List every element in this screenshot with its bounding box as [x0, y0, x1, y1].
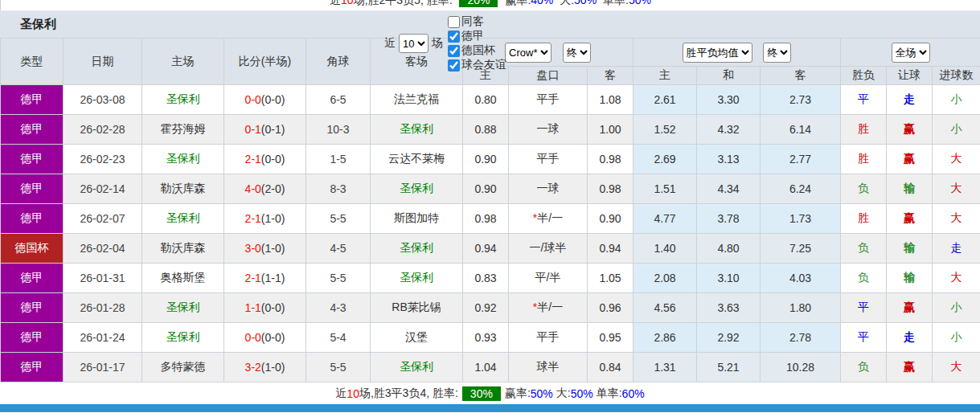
header-avg-draw: 和: [697, 67, 761, 85]
corner-cell: 5-5: [306, 264, 371, 293]
single-pct-value: 50%: [629, 0, 651, 6]
avg-home-odds-cell: 2.08: [634, 264, 697, 293]
home-odds-cell: 0.92: [463, 293, 509, 323]
odds-state-select-1[interactable]: 终: [563, 43, 591, 63]
odds-company-select[interactable]: Crow*: [505, 43, 552, 63]
score-cell: 0-0(0-0): [224, 85, 306, 115]
away-odds-cell: 0.90: [588, 204, 634, 234]
header-avg-home: 主: [634, 67, 697, 85]
home-team-cell[interactable]: 圣保利: [142, 204, 224, 234]
home-team-cell[interactable]: 圣保利: [142, 323, 224, 353]
handicap-cell: *半/一: [509, 293, 588, 323]
scope-select[interactable]: 全场: [892, 43, 930, 63]
games-label: 场: [432, 36, 443, 51]
away-team-cell[interactable]: 斯图加特: [371, 204, 463, 234]
avg-home-odds-cell: 1.31: [634, 353, 697, 382]
filter-item-2: 德国杯: [448, 43, 506, 58]
home-team-cell[interactable]: 奥格斯堡: [142, 264, 224, 293]
league-type-cell: 德国杯: [1, 234, 64, 264]
avg-away-odds-cell: 2.78: [761, 323, 841, 353]
home-odds-cell: 0.88: [463, 115, 509, 145]
league-type-cell: 德甲: [1, 174, 64, 204]
odds-state-select-2[interactable]: 终: [763, 43, 791, 63]
avg-home-odds-cell: 2.86: [634, 323, 697, 353]
near-count: 10: [346, 387, 359, 400]
team-title: 圣保利: [20, 17, 56, 32]
match-date-cell: 26-01-28: [64, 293, 142, 323]
home-team-cell[interactable]: 勒沃库森: [142, 234, 224, 264]
handicap-cell: 平手: [509, 323, 588, 353]
home-odds-cell: 0.80: [463, 85, 509, 115]
avg-away-odds-cell: 4.03: [761, 264, 841, 293]
home-team-cell[interactable]: 勒沃库森: [142, 174, 224, 204]
result-cell: 胜: [841, 145, 887, 174]
full-time-score: 4-0: [245, 182, 261, 195]
away-team-cell[interactable]: 圣保利: [371, 115, 463, 145]
header-avg-away: 客: [761, 67, 841, 85]
home-team-cell[interactable]: 霍芬海姆: [142, 115, 224, 145]
handicap-result-cell: 走: [887, 85, 933, 115]
avg-draw-odds-cell: 3.63: [697, 293, 761, 323]
filter-label: 球会友谊: [461, 58, 506, 72]
handicap-cell: 平手: [509, 85, 588, 115]
full-time-score: 2-1: [245, 153, 261, 166]
avg-odds-select[interactable]: 胜平负均值: [683, 43, 752, 63]
handicap-result-cell: 赢: [887, 353, 933, 382]
avg-away-odds-cell: 7.25: [761, 234, 841, 264]
home-team-cell[interactable]: 圣保利: [142, 145, 224, 174]
corner-cell: 5-4: [306, 323, 371, 353]
half-time-score: (1-0): [261, 212, 285, 225]
away-team-cell[interactable]: RB莱比锡: [371, 293, 463, 323]
goals-result-cell: 大: [933, 353, 980, 382]
score-cell: 1-1(0-0): [224, 293, 306, 323]
avg-odds-group-header: 胜平负均值 终: [634, 39, 841, 67]
match-row: 德甲26-03-08圣保利0-0(0-0)6-5法兰克福0.80平手1.082.…: [1, 85, 980, 115]
home-team-cell[interactable]: 多特蒙德: [142, 353, 224, 382]
filter-label: 同客: [461, 14, 484, 29]
full-time-score: 3-0: [245, 242, 261, 255]
match-date-cell: 26-02-04: [64, 234, 142, 264]
home-team-cell[interactable]: 圣保利: [142, 293, 224, 323]
filter-item-1: 德甲: [448, 29, 506, 43]
result-cell: 平: [841, 323, 887, 353]
corner-cell: 5-5: [306, 204, 371, 234]
avg-home-odds-cell: 4.56: [634, 293, 697, 323]
match-date-cell: 26-02-14: [64, 174, 142, 204]
header-handicap: 盘口: [509, 67, 588, 85]
goals-result-cell: 大: [933, 145, 980, 174]
away-team-cell[interactable]: 法兰克福: [371, 85, 463, 115]
corner-cell: 6-5: [306, 85, 371, 115]
home-team-cell[interactable]: 圣保利: [142, 85, 224, 115]
big-pct-value: 50%: [574, 0, 597, 6]
match-row: 德甲26-02-14勒沃库森4-0(2-0)8-3圣保利0.90一球0.981.…: [1, 174, 980, 204]
away-team-cell[interactable]: 圣保利: [371, 234, 463, 264]
away-team-cell[interactable]: 汉堡: [371, 323, 463, 353]
filter-checkbox-德甲[interactable]: [448, 31, 460, 43]
match-row: 德甲26-02-28霍芬海姆0-1(0-1)10-3圣保利0.88一球1.001…: [1, 115, 980, 145]
filter-checkbox-球会友谊[interactable]: [448, 59, 460, 72]
avg-home-odds-cell: 2.61: [634, 85, 697, 115]
match-date-cell: 26-02-28: [64, 115, 142, 145]
filter-checkbox-同客[interactable]: [448, 16, 460, 28]
away-team-cell[interactable]: 圣保利: [371, 264, 463, 293]
near-count-select[interactable]: 10: [399, 34, 428, 53]
home-odds-cell: 0.94: [463, 234, 509, 264]
away-team-cell[interactable]: 云达不莱梅: [371, 145, 463, 174]
half-time-score: (0-0): [261, 153, 285, 166]
goals-result-cell: 小: [933, 85, 980, 115]
avg-draw-odds-cell: 4.34: [697, 174, 761, 204]
match-row: 德国杯26-02-04勒沃库森3-0(1-0)4-5圣保利0.94一/球半0.9…: [1, 234, 980, 264]
header-let: 让球: [887, 67, 933, 85]
handicap-result-cell: 走: [887, 323, 933, 353]
avg-home-odds-cell: 4.77: [634, 204, 697, 234]
win-pct-value: 40%: [531, 0, 553, 6]
league-type-cell: 德甲: [1, 293, 64, 323]
full-time-score: 1-1: [245, 301, 261, 314]
full-time-score: 3-2: [245, 361, 261, 374]
filter-checkbox-德国杯[interactable]: [448, 45, 460, 57]
away-team-cell[interactable]: 圣保利: [371, 353, 463, 382]
away-team-cell[interactable]: 圣保利: [371, 174, 463, 204]
big-pct-label: 大:: [560, 0, 574, 6]
near-label: 近: [384, 36, 396, 51]
changed-handicap-star: *: [533, 211, 537, 224]
